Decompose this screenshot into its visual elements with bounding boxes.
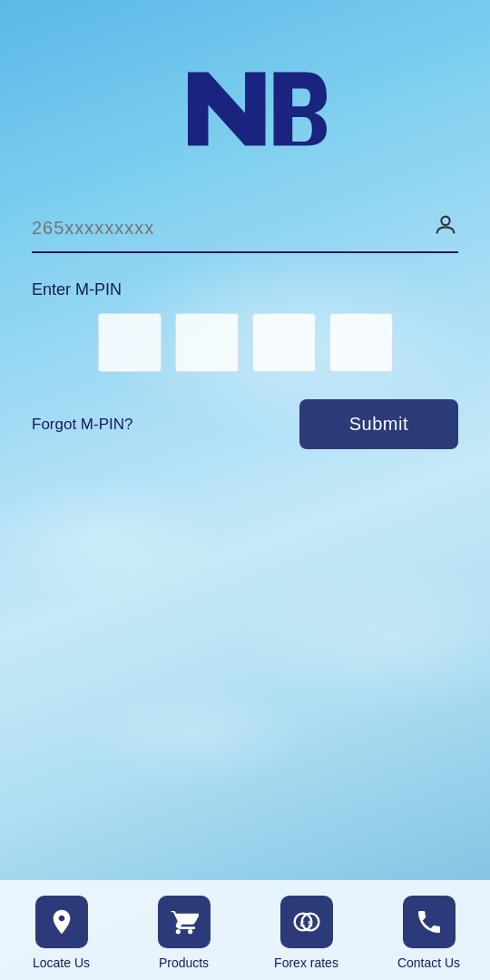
products-icon-box (158, 896, 211, 948)
forex-icon: £ $ (292, 907, 321, 936)
user-icon (433, 212, 458, 244)
cart-icon (170, 907, 199, 936)
action-row: Forgot M-PIN? Submit (32, 399, 458, 449)
app-logo (163, 54, 327, 167)
nav-item-forex-rates[interactable]: £ $ Forex rates (245, 896, 368, 970)
mpin-digit-4[interactable] (329, 313, 393, 372)
mpin-label: Enter M-PIN (32, 280, 458, 299)
bottom-navigation: Locate Us Products £ $ Forex rates (0, 880, 490, 980)
forgot-mpin-link[interactable]: Forgot M-PIN? (32, 416, 132, 434)
products-label: Products (159, 956, 209, 970)
mpin-digit-3[interactable] (252, 313, 316, 372)
username-row (32, 212, 458, 253)
forex-icon-box: £ $ (280, 896, 333, 948)
locate-us-icon-box (35, 896, 88, 948)
nav-item-locate-us[interactable]: Locate Us (0, 896, 122, 970)
nav-item-contact-us[interactable]: Contact Us (368, 896, 490, 970)
login-form: Enter M-PIN Forgot M-PIN? Submit (14, 212, 476, 449)
mpin-digit-1[interactable] (98, 313, 162, 372)
forex-rates-label: Forex rates (274, 956, 338, 970)
nav-item-products[interactable]: Products (122, 896, 245, 970)
mpin-input-group (32, 313, 458, 372)
locate-us-label: Locate Us (33, 956, 90, 970)
phone-icon (415, 907, 444, 936)
svg-text:£: £ (299, 918, 305, 927)
submit-button[interactable]: Submit (299, 399, 458, 449)
contact-us-icon-box (403, 896, 456, 948)
location-icon (47, 907, 76, 936)
svg-point-0 (441, 217, 449, 225)
username-input[interactable] (32, 218, 433, 239)
mpin-digit-2[interactable] (175, 313, 239, 372)
svg-text:$: $ (308, 918, 313, 927)
contact-us-label: Contact Us (397, 956, 460, 970)
